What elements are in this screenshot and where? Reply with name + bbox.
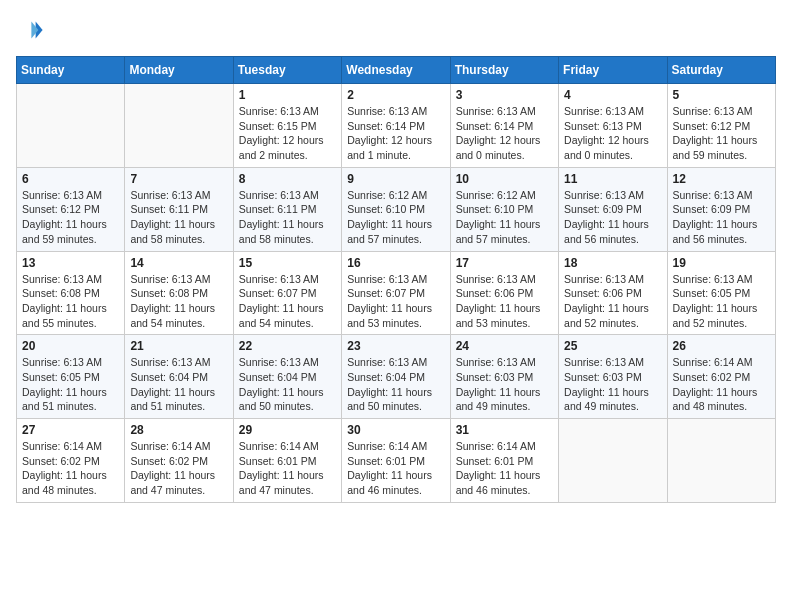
day-content: Sunrise: 6:14 AM Sunset: 6:01 PM Dayligh… xyxy=(239,439,336,498)
day-number: 12 xyxy=(673,172,770,186)
day-number: 27 xyxy=(22,423,119,437)
day-number: 2 xyxy=(347,88,444,102)
calendar-cell: 12Sunrise: 6:13 AM Sunset: 6:09 PM Dayli… xyxy=(667,167,775,251)
day-content: Sunrise: 6:14 AM Sunset: 6:01 PM Dayligh… xyxy=(347,439,444,498)
day-number: 17 xyxy=(456,256,553,270)
day-content: Sunrise: 6:13 AM Sunset: 6:11 PM Dayligh… xyxy=(239,188,336,247)
calendar-cell: 25Sunrise: 6:13 AM Sunset: 6:03 PM Dayli… xyxy=(559,335,667,419)
day-content: Sunrise: 6:13 AM Sunset: 6:14 PM Dayligh… xyxy=(456,104,553,163)
calendar-cell: 31Sunrise: 6:14 AM Sunset: 6:01 PM Dayli… xyxy=(450,419,558,503)
day-number: 19 xyxy=(673,256,770,270)
day-number: 29 xyxy=(239,423,336,437)
day-number: 30 xyxy=(347,423,444,437)
calendar-cell: 13Sunrise: 6:13 AM Sunset: 6:08 PM Dayli… xyxy=(17,251,125,335)
calendar-cell xyxy=(17,84,125,168)
calendar-week-row: 1Sunrise: 6:13 AM Sunset: 6:15 PM Daylig… xyxy=(17,84,776,168)
day-number: 5 xyxy=(673,88,770,102)
calendar-cell: 18Sunrise: 6:13 AM Sunset: 6:06 PM Dayli… xyxy=(559,251,667,335)
day-number: 23 xyxy=(347,339,444,353)
calendar-cell: 8Sunrise: 6:13 AM Sunset: 6:11 PM Daylig… xyxy=(233,167,341,251)
day-content: Sunrise: 6:13 AM Sunset: 6:05 PM Dayligh… xyxy=(673,272,770,331)
calendar-header-row: SundayMondayTuesdayWednesdayThursdayFrid… xyxy=(17,57,776,84)
calendar-cell: 22Sunrise: 6:13 AM Sunset: 6:04 PM Dayli… xyxy=(233,335,341,419)
day-number: 28 xyxy=(130,423,227,437)
calendar-cell: 2Sunrise: 6:13 AM Sunset: 6:14 PM Daylig… xyxy=(342,84,450,168)
day-content: Sunrise: 6:13 AM Sunset: 6:08 PM Dayligh… xyxy=(130,272,227,331)
day-content: Sunrise: 6:13 AM Sunset: 6:15 PM Dayligh… xyxy=(239,104,336,163)
day-number: 26 xyxy=(673,339,770,353)
calendar-cell: 5Sunrise: 6:13 AM Sunset: 6:12 PM Daylig… xyxy=(667,84,775,168)
calendar-cell: 6Sunrise: 6:13 AM Sunset: 6:12 PM Daylig… xyxy=(17,167,125,251)
day-number: 25 xyxy=(564,339,661,353)
day-content: Sunrise: 6:13 AM Sunset: 6:05 PM Dayligh… xyxy=(22,355,119,414)
day-content: Sunrise: 6:13 AM Sunset: 6:03 PM Dayligh… xyxy=(456,355,553,414)
day-number: 15 xyxy=(239,256,336,270)
day-header-thursday: Thursday xyxy=(450,57,558,84)
day-header-monday: Monday xyxy=(125,57,233,84)
day-content: Sunrise: 6:13 AM Sunset: 6:12 PM Dayligh… xyxy=(673,104,770,163)
day-content: Sunrise: 6:14 AM Sunset: 6:02 PM Dayligh… xyxy=(22,439,119,498)
day-number: 6 xyxy=(22,172,119,186)
calendar-cell xyxy=(667,419,775,503)
day-header-sunday: Sunday xyxy=(17,57,125,84)
day-number: 14 xyxy=(130,256,227,270)
day-number: 18 xyxy=(564,256,661,270)
day-number: 20 xyxy=(22,339,119,353)
day-number: 31 xyxy=(456,423,553,437)
day-content: Sunrise: 6:13 AM Sunset: 6:08 PM Dayligh… xyxy=(22,272,119,331)
day-header-saturday: Saturday xyxy=(667,57,775,84)
day-content: Sunrise: 6:13 AM Sunset: 6:06 PM Dayligh… xyxy=(456,272,553,331)
day-content: Sunrise: 6:13 AM Sunset: 6:14 PM Dayligh… xyxy=(347,104,444,163)
calendar-cell: 28Sunrise: 6:14 AM Sunset: 6:02 PM Dayli… xyxy=(125,419,233,503)
calendar-cell: 10Sunrise: 6:12 AM Sunset: 6:10 PM Dayli… xyxy=(450,167,558,251)
calendar-table: SundayMondayTuesdayWednesdayThursdayFrid… xyxy=(16,56,776,503)
day-content: Sunrise: 6:13 AM Sunset: 6:04 PM Dayligh… xyxy=(130,355,227,414)
calendar-cell: 11Sunrise: 6:13 AM Sunset: 6:09 PM Dayli… xyxy=(559,167,667,251)
day-content: Sunrise: 6:13 AM Sunset: 6:06 PM Dayligh… xyxy=(564,272,661,331)
day-number: 21 xyxy=(130,339,227,353)
calendar-week-row: 20Sunrise: 6:13 AM Sunset: 6:05 PM Dayli… xyxy=(17,335,776,419)
day-content: Sunrise: 6:12 AM Sunset: 6:10 PM Dayligh… xyxy=(456,188,553,247)
day-number: 1 xyxy=(239,88,336,102)
day-number: 22 xyxy=(239,339,336,353)
day-content: Sunrise: 6:13 AM Sunset: 6:09 PM Dayligh… xyxy=(673,188,770,247)
day-content: Sunrise: 6:13 AM Sunset: 6:04 PM Dayligh… xyxy=(347,355,444,414)
calendar-cell: 29Sunrise: 6:14 AM Sunset: 6:01 PM Dayli… xyxy=(233,419,341,503)
calendar-cell: 26Sunrise: 6:14 AM Sunset: 6:02 PM Dayli… xyxy=(667,335,775,419)
calendar-cell: 21Sunrise: 6:13 AM Sunset: 6:04 PM Dayli… xyxy=(125,335,233,419)
calendar-cell: 27Sunrise: 6:14 AM Sunset: 6:02 PM Dayli… xyxy=(17,419,125,503)
logo xyxy=(16,16,48,44)
day-header-friday: Friday xyxy=(559,57,667,84)
calendar-cell: 7Sunrise: 6:13 AM Sunset: 6:11 PM Daylig… xyxy=(125,167,233,251)
day-content: Sunrise: 6:13 AM Sunset: 6:13 PM Dayligh… xyxy=(564,104,661,163)
day-number: 10 xyxy=(456,172,553,186)
calendar-week-row: 13Sunrise: 6:13 AM Sunset: 6:08 PM Dayli… xyxy=(17,251,776,335)
calendar-cell: 4Sunrise: 6:13 AM Sunset: 6:13 PM Daylig… xyxy=(559,84,667,168)
calendar-cell xyxy=(559,419,667,503)
calendar-cell: 16Sunrise: 6:13 AM Sunset: 6:07 PM Dayli… xyxy=(342,251,450,335)
calendar-week-row: 27Sunrise: 6:14 AM Sunset: 6:02 PM Dayli… xyxy=(17,419,776,503)
calendar-cell: 3Sunrise: 6:13 AM Sunset: 6:14 PM Daylig… xyxy=(450,84,558,168)
calendar-cell: 23Sunrise: 6:13 AM Sunset: 6:04 PM Dayli… xyxy=(342,335,450,419)
calendar-cell: 19Sunrise: 6:13 AM Sunset: 6:05 PM Dayli… xyxy=(667,251,775,335)
day-content: Sunrise: 6:14 AM Sunset: 6:01 PM Dayligh… xyxy=(456,439,553,498)
day-number: 9 xyxy=(347,172,444,186)
day-content: Sunrise: 6:13 AM Sunset: 6:11 PM Dayligh… xyxy=(130,188,227,247)
day-content: Sunrise: 6:13 AM Sunset: 6:04 PM Dayligh… xyxy=(239,355,336,414)
day-number: 16 xyxy=(347,256,444,270)
day-number: 4 xyxy=(564,88,661,102)
day-number: 24 xyxy=(456,339,553,353)
day-number: 8 xyxy=(239,172,336,186)
day-content: Sunrise: 6:12 AM Sunset: 6:10 PM Dayligh… xyxy=(347,188,444,247)
day-content: Sunrise: 6:14 AM Sunset: 6:02 PM Dayligh… xyxy=(130,439,227,498)
calendar-cell: 9Sunrise: 6:12 AM Sunset: 6:10 PM Daylig… xyxy=(342,167,450,251)
day-header-tuesday: Tuesday xyxy=(233,57,341,84)
calendar-cell: 15Sunrise: 6:13 AM Sunset: 6:07 PM Dayli… xyxy=(233,251,341,335)
calendar-week-row: 6Sunrise: 6:13 AM Sunset: 6:12 PM Daylig… xyxy=(17,167,776,251)
day-number: 13 xyxy=(22,256,119,270)
day-number: 3 xyxy=(456,88,553,102)
calendar-cell: 17Sunrise: 6:13 AM Sunset: 6:06 PM Dayli… xyxy=(450,251,558,335)
logo-icon xyxy=(16,16,44,44)
calendar-cell xyxy=(125,84,233,168)
day-content: Sunrise: 6:13 AM Sunset: 6:07 PM Dayligh… xyxy=(239,272,336,331)
